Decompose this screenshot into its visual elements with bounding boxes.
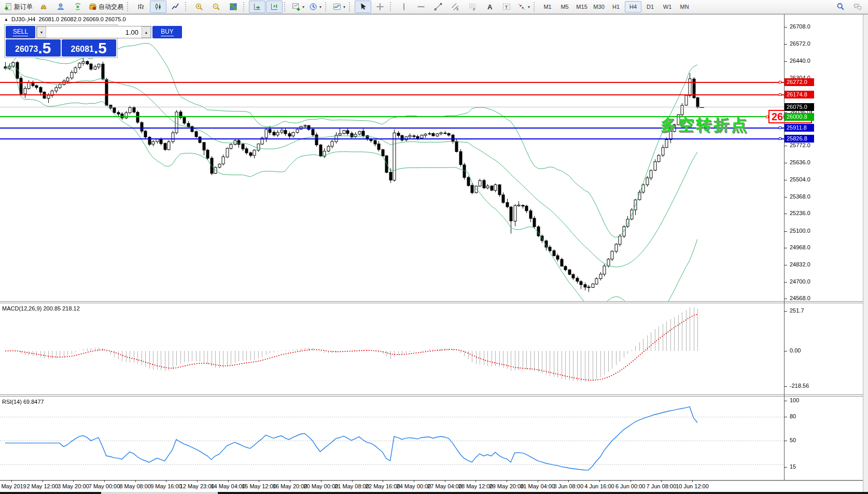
time-axis-tick — [104, 480, 105, 482]
time-axis-label: 7 Jun 08:00 — [647, 483, 677, 489]
buy-price-button[interactable]: 26081.5 — [62, 39, 117, 57]
toolbar-separator — [284, 2, 288, 11]
time-axis-label: 2 May 12:00 — [26, 483, 58, 489]
pane-separator-rsi[interactable] — [0, 394, 868, 397]
timeframe-h1-button[interactable]: H1 — [608, 1, 624, 12]
zoom-in-button[interactable] — [191, 1, 207, 13]
toolbar-separator — [349, 2, 353, 11]
text-label-icon: T — [502, 3, 511, 11]
price-axis-tick — [784, 299, 787, 299]
fibonacci-icon: F — [468, 3, 477, 11]
resistance-line-1-handle[interactable] — [779, 81, 781, 83]
signals-button[interactable] — [69, 1, 86, 13]
zoom-in-icon — [195, 3, 203, 11]
resistance-line-2[interactable] — [0, 94, 784, 95]
rsi-axis-label: 80 — [790, 413, 796, 419]
macd-pane-canvas[interactable] — [0, 303, 784, 394]
time-axis-tick — [445, 480, 445, 482]
rsi-axis-tick — [784, 417, 787, 417]
tile-windows-button[interactable] — [225, 1, 242, 13]
sell-price-button[interactable]: 26073.5 — [6, 39, 61, 57]
buy-button[interactable]: BUY — [152, 26, 182, 38]
rsi-axis-tick — [784, 401, 787, 401]
svg-text:E: E — [457, 7, 459, 11]
chart-shift-icon — [270, 3, 278, 11]
chart-shift-button[interactable] — [266, 1, 283, 13]
resistance-line-1[interactable] — [0, 82, 784, 83]
symbol-direction-icon: ▲ — [4, 17, 8, 22]
timeframe-mn-button[interactable]: MN — [676, 1, 693, 12]
crosshair-button[interactable] — [372, 1, 388, 13]
text-button[interactable]: A — [481, 1, 498, 13]
rsi-pane-canvas[interactable] — [0, 397, 784, 480]
price-axis-tick — [784, 27, 787, 27]
support-line-2-handle[interactable] — [779, 137, 781, 140]
new-order-button[interactable]: 新订单 — [2, 1, 35, 13]
chat-icon — [853, 3, 862, 11]
price-axis-label: 24832.0 — [790, 261, 810, 267]
search-icon — [836, 3, 845, 11]
pane-separator-macd[interactable] — [0, 301, 868, 303]
time-axis-label: 1 May 2019 — [0, 483, 26, 489]
bar-chart-button[interactable] — [133, 1, 149, 13]
price-axis-tick — [784, 214, 787, 214]
zoom-out-button[interactable] — [208, 1, 225, 13]
price-axis-tick — [784, 44, 787, 45]
profile-button[interactable] — [52, 1, 69, 13]
clock-icon — [309, 3, 317, 11]
macd-axis-tick — [784, 351, 787, 351]
time-axis-label: 27 May 04:00 — [427, 483, 462, 489]
support-line-1-handle[interactable] — [779, 126, 781, 129]
zoom-out-icon — [212, 3, 220, 11]
time-axis-tick — [414, 480, 414, 482]
price-axis-tick — [784, 231, 787, 232]
time-axis-tick — [11, 480, 12, 482]
auto-scroll-button[interactable] — [249, 1, 265, 13]
time-axis-label: 6 Jun 00:00 — [615, 483, 646, 489]
pivot-annotation-text[interactable]: 多空转折点 — [661, 115, 749, 136]
time-axis-tick — [475, 480, 476, 482]
macd-axis-label: 0.00 — [790, 347, 801, 354]
chat-button[interactable] — [849, 1, 866, 13]
styler-button[interactable] — [35, 1, 52, 13]
time-axis-label: 20 May 00:00 — [303, 483, 338, 489]
timeframe-h4-button[interactable]: H4 — [625, 1, 641, 12]
timeframe-m30-button[interactable]: M30 — [591, 1, 607, 12]
time-axis-tick — [73, 480, 74, 482]
search-button[interactable] — [832, 1, 849, 13]
indicators-button[interactable]: ▾ — [331, 1, 347, 13]
time-axis-tick — [259, 480, 259, 482]
volume-input[interactable] — [46, 26, 142, 38]
timeframe-d1-button[interactable]: D1 — [642, 1, 659, 12]
arrows-button[interactable]: ▾ — [515, 1, 532, 13]
vertical-line-icon — [400, 3, 408, 11]
current-price-line[interactable] — [0, 107, 784, 107]
horizontal-line-button[interactable] — [413, 1, 429, 13]
rsi-axis-tick — [784, 467, 787, 468]
cursor-button[interactable] — [355, 1, 371, 13]
chevron-down-icon: ▾ — [528, 5, 530, 9]
channel-button[interactable]: E — [447, 1, 464, 13]
line-chart-button[interactable] — [167, 1, 184, 13]
sell-button[interactable]: SELL — [6, 26, 35, 38]
fibonacci-button[interactable]: F — [464, 1, 481, 13]
volume-decrease-button[interactable]: ▼ — [37, 26, 46, 38]
timeframe-m1-button[interactable]: M1 — [539, 1, 556, 12]
time-axis-label: 31 May 04:00 — [520, 483, 555, 489]
profiles-button[interactable]: ▾ — [307, 1, 324, 13]
timeframe-w1-button[interactable]: W1 — [659, 1, 676, 12]
vertical-line-button[interactable] — [396, 1, 412, 13]
new-chart-button[interactable]: ▾ — [290, 1, 306, 13]
support-line-2[interactable] — [0, 138, 784, 139]
time-axis-label: 28 May 12:00 — [458, 483, 493, 489]
candlestick-chart-button[interactable] — [150, 1, 166, 13]
auto-trading-icon — [89, 3, 97, 11]
timeframe-m5-button[interactable]: M5 — [556, 1, 573, 12]
trendline-button[interactable] — [430, 1, 446, 13]
resistance-line-2-handle[interactable] — [779, 93, 781, 96]
text-label-button[interactable]: T — [498, 1, 515, 13]
timeframe-m15-button[interactable]: M15 — [573, 1, 590, 12]
buy-price-fraction: .5 — [94, 40, 107, 56]
volume-increase-button[interactable]: ▲ — [142, 26, 151, 38]
auto-trading-button[interactable]: 自动交易 — [87, 1, 125, 13]
